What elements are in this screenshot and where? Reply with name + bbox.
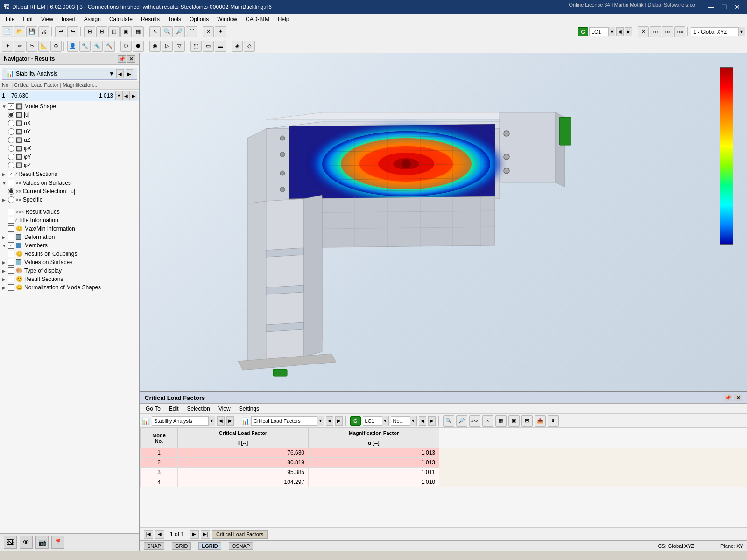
radio-uy[interactable]	[8, 128, 14, 135]
tb-view1[interactable]: ◫	[108, 26, 120, 37]
radio-phiz[interactable]	[8, 162, 14, 168]
page-tab[interactable]: Critical Load Factors	[212, 530, 268, 539]
lc-combo-arrow[interactable]: ▼	[608, 27, 615, 36]
bp-result-prev[interactable]: ◀	[326, 416, 333, 426]
tb-fit[interactable]: ⛶	[186, 26, 197, 37]
tb-undo[interactable]: ↩	[55, 26, 66, 37]
tb2-11[interactable]: ⬢	[133, 41, 144, 52]
result-sections-item2[interactable]: ▶ 😊 Result Sections	[0, 275, 139, 283]
bp-xxx1[interactable]: ×××	[469, 415, 480, 427]
menu-tools[interactable]: Tools	[164, 15, 185, 23]
bp-table1[interactable]: ▦	[495, 415, 507, 427]
mode-shape-phiz[interactable]: 🔲 φZ	[0, 161, 139, 169]
tb-redo[interactable]: ↪	[67, 26, 78, 37]
menu-file[interactable]: File	[2, 15, 18, 23]
status-snap[interactable]: SNAP	[144, 542, 164, 550]
normalization-check[interactable]	[8, 284, 14, 291]
stability-analysis-dropdown[interactable]: 📊 Stability Analysis ▼ ◀ ▶	[2, 68, 137, 80]
tb-grid2[interactable]: ⊟	[96, 26, 107, 37]
radio-ux[interactable]	[8, 120, 14, 126]
normalization-item[interactable]: ▶ 😊 Normalization of Mode Shapes	[0, 283, 139, 292]
bp-xxx2[interactable]: ×	[482, 415, 493, 427]
tb2-16[interactable]: ▭	[203, 41, 214, 52]
menu-window[interactable]: Window	[213, 15, 241, 23]
tb2-6[interactable]: 👤	[67, 41, 78, 52]
table-row[interactable]: 3 95.385 1.011	[141, 468, 747, 477]
tb2-1[interactable]: ✦	[2, 41, 13, 52]
tb-view2[interactable]: ▣	[120, 26, 132, 37]
current-selection-item[interactable]: ×× Current Selection: |u|	[0, 187, 139, 196]
tb2-7[interactable]: 🔧	[79, 41, 91, 52]
values-on-surfaces-check[interactable]	[8, 180, 14, 186]
deformation-check[interactable]	[8, 234, 14, 240]
bp-lc-arrow[interactable]: ▼	[382, 416, 388, 426]
values-surfaces-item2[interactable]: ▶ Values on Surfaces	[0, 258, 139, 266]
result-sections-item[interactable]: ▶ ⁄ Result Sections	[0, 169, 139, 179]
menu-view[interactable]: View	[37, 15, 57, 23]
tb2-9[interactable]: 🔨	[104, 41, 115, 52]
specific-radio[interactable]	[8, 196, 14, 203]
bp-menu-settings[interactable]: Settings	[235, 405, 263, 413]
result-values-item[interactable]: ××× Result Values	[0, 208, 139, 216]
title-info-item[interactable]: ⁄ Title Information	[0, 216, 139, 224]
tb-view-x[interactable]: xxx	[662, 26, 673, 37]
status-lgrid[interactable]: LGRID	[198, 542, 221, 550]
tb-x[interactable]: ✕	[203, 26, 214, 37]
tb-view3[interactable]: ▦	[133, 26, 144, 37]
radio-uz[interactable]	[8, 137, 14, 143]
max-min-item[interactable]: 😊 Max/Min Information	[0, 224, 139, 233]
close-button[interactable]: ✕	[731, 2, 743, 12]
bp-no-prev[interactable]: ◀	[419, 416, 426, 426]
bottom-panel-pin[interactable]: 📌	[724, 394, 732, 401]
menu-results[interactable]: Results	[137, 15, 163, 23]
deformation-item[interactable]: ▶ Deformation	[0, 233, 139, 241]
clr-combo-arrow[interactable]: ▼	[115, 91, 122, 100]
bp-lc-combo[interactable]: LC1 ▼	[363, 416, 389, 426]
mode-shape-ux[interactable]: 🔲 uX	[0, 119, 139, 127]
tb2-4[interactable]: 📐	[38, 41, 49, 52]
results-on-couplings-check[interactable]	[8, 251, 14, 257]
3d-view[interactable]	[140, 53, 747, 391]
mode-shape-check[interactable]	[8, 103, 14, 110]
bp-no-combo[interactable]: No... ▼	[391, 416, 417, 426]
menu-calculate[interactable]: Calculate	[106, 15, 136, 23]
tb2-15[interactable]: ⬚	[190, 41, 202, 52]
status-osnap[interactable]: OSNAP	[229, 542, 254, 550]
mode-shape-phix[interactable]: 🔲 φX	[0, 144, 139, 153]
mode-shape-u-abs[interactable]: 🔲 |u|	[0, 111, 139, 119]
results-on-couplings-item[interactable]: 😊 Results on Couplings	[0, 250, 139, 258]
menu-options[interactable]: Options	[186, 15, 212, 23]
tb2-5[interactable]: ⚙	[50, 41, 62, 52]
bp-analysis-prev[interactable]: ◀	[217, 416, 225, 426]
tb-open[interactable]: 📂	[14, 26, 25, 37]
cs-combo[interactable]: 1 - Global XYZ ▼	[691, 27, 745, 36]
maximize-button[interactable]: ☐	[718, 2, 730, 12]
tb2-3[interactable]: ✂	[26, 41, 37, 52]
bp-filter3[interactable]: ⬇	[548, 415, 559, 427]
table-row[interactable]: 4 104.297 1.010	[141, 477, 747, 487]
menu-insert[interactable]: Insert	[58, 15, 79, 23]
tb2-12[interactable]: ◉	[149, 41, 161, 52]
menu-cad-bim[interactable]: CAD-BIM	[242, 15, 273, 23]
clr-next[interactable]: ▶	[130, 91, 137, 100]
nav-btn-eye[interactable]: 👁	[20, 536, 33, 549]
tb-xxx[interactable]: xxx	[650, 26, 661, 37]
bottom-panel-close[interactable]: ✕	[734, 394, 742, 401]
tb-arrow[interactable]: ↖	[149, 26, 161, 37]
result-values-check[interactable]	[8, 209, 14, 215]
critical-load-row[interactable]: 1 76.630 1.013 ▼ ◀ ▶	[0, 91, 139, 101]
tb2-18[interactable]: ◈	[232, 41, 243, 52]
values-surfaces-check2[interactable]	[8, 259, 14, 266]
lc-prev[interactable]: ◀	[616, 27, 624, 36]
type-of-display-item[interactable]: ▶ 🎨 Type of display	[0, 266, 139, 275]
bp-menu-view[interactable]: View	[215, 405, 234, 413]
tb-zoom-out[interactable]: 🔎	[174, 26, 185, 37]
tb-view-y[interactable]: xxx	[674, 26, 685, 37]
page-first[interactable]: |◀	[144, 530, 153, 539]
mode-shape-uy[interactable]: 🔲 uY	[0, 127, 139, 136]
result-sections-check[interactable]	[8, 171, 14, 177]
stability-next[interactable]: ▶	[126, 69, 133, 78]
type-of-display-check[interactable]	[8, 267, 14, 274]
tb2-13[interactable]: ▷	[162, 41, 173, 52]
menu-edit[interactable]: Edit	[19, 15, 36, 23]
